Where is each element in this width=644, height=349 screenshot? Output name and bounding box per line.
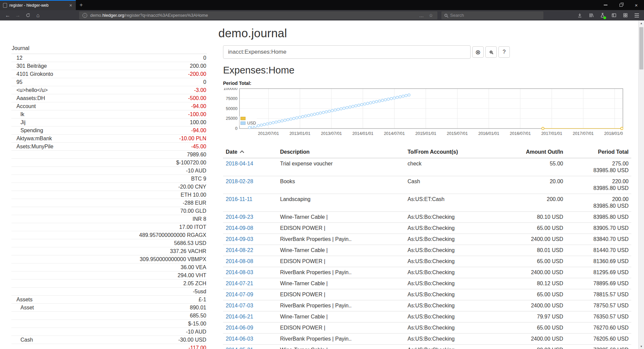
page-scrollbar[interactable]: ▲ ▼	[638, 20, 644, 349]
transaction-date-cell: 2018-04-14	[223, 158, 277, 176]
transaction-description: RiverBank Properties | Payin..	[277, 334, 405, 345]
sidebar-account-balance: 5686.53 USD	[174, 240, 207, 246]
clear-query-button[interactable]: ⊗	[472, 46, 484, 58]
period-total-line: 78750.57 USD	[569, 302, 629, 309]
url-bar[interactable]: i demo.hledger.org/register?q=inacct%3AE…	[79, 11, 437, 19]
period-total-line: 83985.80 USD	[569, 203, 629, 209]
sidebar-account-link[interactable]: Aktywa:mBank	[11, 136, 179, 142]
sidebar-account-balance: -10 AUD	[186, 329, 207, 335]
transaction-date-link[interactable]: 2014-06-09	[226, 325, 253, 331]
sidebar-account-link[interactable]: 12	[11, 55, 203, 61]
sidebar-account-link[interactable]: Cash	[11, 337, 178, 343]
scroll-up-icon[interactable]: ▲	[639, 20, 644, 26]
period-chart[interactable]: 2012/07/012013/01/012013/07/012014/01/01…	[223, 88, 623, 139]
pocket-grid-button[interactable]	[621, 11, 630, 20]
transaction-date-link[interactable]: 2014-06-03	[226, 336, 253, 342]
new-tab-button[interactable]: +	[76, 0, 87, 10]
browser-tab[interactable]: register - hledger-web ×	[0, 0, 76, 10]
browser-search-bar[interactable]: Search	[441, 11, 543, 19]
svg-text:2017/07/01: 2017/07/01	[573, 131, 594, 136]
sidebar-account-link[interactable]: Asset	[11, 305, 190, 311]
sidebar-account-row: 17.00 ITOT	[11, 223, 207, 231]
window-close-button[interactable]: ×	[629, 0, 644, 10]
sidebars-button[interactable]	[609, 11, 619, 20]
sidebar-account-link[interactable]: Account	[11, 103, 191, 109]
transaction-date-link[interactable]: 2018-02-28	[226, 179, 253, 184]
transaction-date-link[interactable]: 2014-08-22	[226, 247, 253, 253]
sidebar-account-link[interactable]: Aaasets:DH	[11, 95, 188, 101]
sidebar-journal-link[interactable]: Journal	[11, 45, 207, 54]
home-button[interactable]: ⌂	[33, 11, 43, 20]
register-row: 2014-08-08EDISON POWER |As:US:Bo:Checkin…	[223, 256, 631, 267]
search-form: ⊗ ?	[223, 45, 631, 59]
library-icon	[589, 13, 594, 18]
sidebar-account-link[interactable]: Jij	[11, 119, 190, 126]
menu-button[interactable]	[632, 11, 641, 20]
svg-text:75000: 75000	[226, 96, 237, 101]
sidebar-account-link[interactable]: Asets:MunyPile	[11, 144, 191, 150]
forward-button[interactable]: →	[13, 11, 23, 20]
period-total-line: 76205.60 USD	[569, 336, 629, 342]
register-row: 2014-05-21Wine-Tarner Cable |As:US:Bo:Ch…	[223, 345, 631, 349]
extension-button[interactable]	[598, 11, 607, 20]
column-header-date[interactable]: Date	[223, 146, 277, 158]
period-total-line: 200.00	[569, 196, 629, 203]
transaction-date-link[interactable]: 2014-07-21	[226, 281, 253, 286]
sidebar-account-link[interactable]: Assets	[11, 297, 199, 303]
scroll-down-icon[interactable]: ▼	[639, 344, 644, 349]
svg-text:100000: 100000	[223, 88, 237, 91]
sidebar-account-balance: INR 8	[193, 216, 207, 222]
site-info-icon[interactable]: i	[83, 13, 87, 18]
sidebar-account-row: 36.00 VEA	[11, 263, 207, 271]
sidebar-account-row: Account-94.00	[11, 102, 207, 110]
column-header-period-total: Period Total	[566, 146, 631, 158]
period-total-label: Period Total:	[223, 81, 631, 86]
downloads-button[interactable]	[575, 11, 584, 20]
window-restore-button[interactable]	[613, 0, 629, 10]
window-minimize-button[interactable]	[598, 0, 613, 10]
transaction-description: Wine-Tarner Cable |	[277, 212, 405, 223]
transaction-description: Landscaping	[277, 194, 405, 212]
transaction-date-cell: 2014-08-22	[223, 245, 277, 256]
transaction-date-link[interactable]: 2014-09-23	[226, 214, 253, 220]
sidebar-toggle-icon	[611, 13, 616, 18]
transaction-date-link[interactable]: 2016-11-11	[226, 196, 252, 202]
bookmark-star-icon[interactable]: ☆	[428, 13, 434, 18]
transaction-date-link[interactable]: 2014-07-03	[226, 303, 253, 308]
svg-text:2015/07/01: 2015/07/01	[447, 131, 468, 136]
help-button[interactable]: ?	[498, 46, 510, 58]
transaction-date-link[interactable]: 2014-07-09	[226, 292, 253, 297]
sidebar-account-link[interactable]: Spending	[11, 128, 191, 134]
legend-swatch-icon	[240, 117, 246, 120]
transaction-date-link[interactable]: 2014-08-08	[226, 258, 253, 264]
tab-close-icon[interactable]: ×	[69, 3, 73, 8]
back-button[interactable]: ←	[3, 11, 13, 20]
transaction-date-cell: 2014-06-09	[223, 322, 277, 334]
transaction-date-link[interactable]: 2014-05-21	[226, 347, 253, 349]
sidebar-account-link[interactable]: 301 Beiträge	[11, 63, 190, 69]
page-actions-icon[interactable]: …	[418, 13, 425, 18]
submit-search-button[interactable]	[485, 46, 497, 58]
transaction-period-total: 81295.69 USD	[566, 267, 631, 278]
sidebar-account-link[interactable]: 4101 Girokonto	[11, 71, 188, 77]
sidebar-account-link[interactable]: 95	[11, 79, 203, 85]
transaction-date-link[interactable]: 2014-08-03	[226, 269, 253, 275]
toolbar-icons	[575, 11, 641, 20]
library-button[interactable]	[586, 11, 596, 20]
transaction-date-link[interactable]: 2014-06-21	[226, 314, 253, 319]
sidebar-account-link[interactable]: lk	[11, 111, 188, 117]
transaction-date-cell: 2014-05-21	[223, 345, 277, 349]
reload-button[interactable]	[23, 11, 33, 20]
column-header-account: To/From Account(s)	[405, 146, 516, 158]
transaction-description: RiverBank Properties | Payin..	[277, 267, 405, 278]
transaction-date-link[interactable]: 2014-09-03	[226, 236, 253, 242]
period-total-line: 81295.69 USD	[569, 269, 629, 276]
query-input[interactable]	[223, 45, 471, 59]
transaction-date-link[interactable]: 2014-09-08	[226, 225, 253, 231]
scrollbar-thumb[interactable]	[639, 27, 643, 69]
transaction-date-cell: 2014-07-09	[223, 289, 277, 300]
register-row: 2018-04-14Trial expense vouchercheck55.0…	[223, 158, 631, 176]
sidebar-account-row: 685.50	[11, 312, 207, 320]
transaction-date-link[interactable]: 2018-04-14	[226, 161, 253, 166]
sidebar-account-link[interactable]: <u>hello</u>	[11, 87, 194, 93]
